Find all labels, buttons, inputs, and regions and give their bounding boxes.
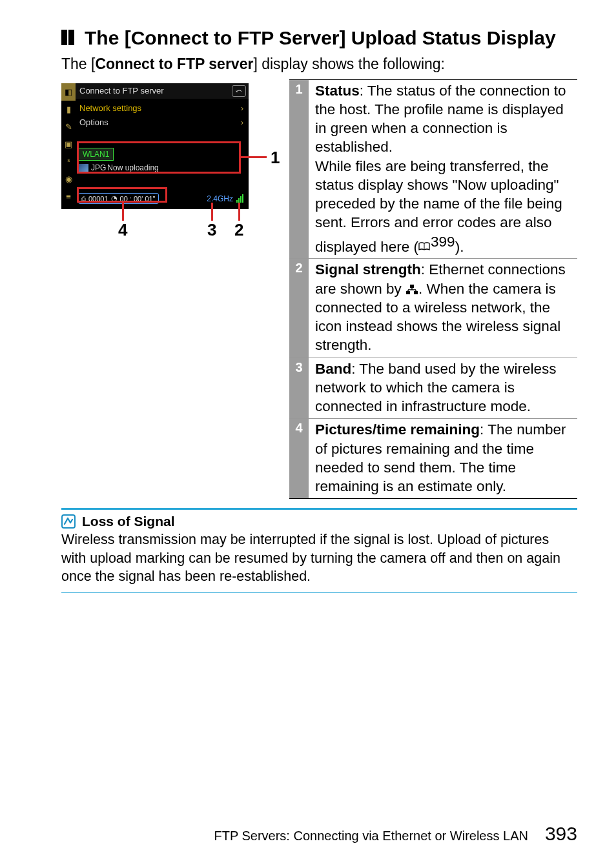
menu-tab-icon: ≡ <box>61 188 76 205</box>
definition-row: 2 Signal strength: Ethernet connections … <box>289 258 577 357</box>
video-tab-icon: ▮ <box>61 101 76 118</box>
svg-rect-6 <box>406 291 410 294</box>
callout-line <box>211 203 213 221</box>
page-ref-number: 399 <box>431 232 455 251</box>
definition-row: 4 Pictures/time remaining: The number of… <box>289 418 577 498</box>
definition-term: Status <box>315 83 360 99</box>
back-icon: ⤺ <box>232 85 246 97</box>
heading-text: The [Connect to FTP Server] Upload Statu… <box>85 26 556 50</box>
svg-rect-1 <box>238 198 240 203</box>
definitions-table: 1 Status: The status of the connection t… <box>289 79 577 500</box>
signal-strength-icon <box>236 194 245 203</box>
camera-tab-icon: ◧ <box>61 83 76 101</box>
definition-text: Status: The status of the connection to … <box>309 80 577 259</box>
footer-page-number: 393 <box>545 823 577 845</box>
definition-body: : The band used by the wireless network … <box>315 361 557 415</box>
options-row: Options › <box>76 116 246 130</box>
definition-row: 3 Band: The band used by the wireless ne… <box>289 358 577 419</box>
definition-term: Signal strength <box>315 261 421 278</box>
note-title: Loss of Signal <box>82 514 175 529</box>
definition-term: Band <box>315 361 351 377</box>
section-heading: The [Connect to FTP Server] Upload Statu… <box>61 26 577 50</box>
camera-title: Connect to FTP server <box>79 86 164 96</box>
network-tab-icon: ◉ <box>61 170 76 188</box>
ethernet-icon <box>406 281 418 291</box>
book-icon <box>418 237 430 246</box>
chevron-right-icon: › <box>241 118 246 127</box>
definition-text: Band: The band used by the wireless netw… <box>309 358 577 419</box>
svg-rect-5 <box>410 285 414 288</box>
intro-bold: Connect to FTP server <box>95 56 253 72</box>
warning-icon <box>61 514 76 529</box>
svg-rect-12 <box>62 515 75 528</box>
band-label: 2.4GHz <box>207 194 233 203</box>
screenshot-column: ◧ ▮ ✎ ▣ ˢ ◉ ≡ Connect to FTP server ⤺ Ne… <box>61 79 284 209</box>
page-reference: 399 <box>418 232 455 251</box>
callout-number-2: 2 <box>234 220 243 240</box>
callout-number-4: 4 <box>118 220 127 240</box>
camera-titlebar: Connect to FTP server ⤺ <box>76 83 249 99</box>
camera-tab-column: ◧ ▮ ✎ ▣ ˢ ◉ ≡ <box>61 83 76 209</box>
page-footer: FTP Servers: Connecting via Ethernet or … <box>0 823 616 845</box>
intro-post: ] display shows the following: <box>253 56 445 72</box>
callout-line <box>122 203 124 221</box>
definition-row: 1 Status: The status of the connection t… <box>289 80 577 259</box>
callout-number-3: 3 <box>207 220 216 240</box>
note-block: Loss of Signal Wireless transmission may… <box>61 508 577 592</box>
svg-rect-0 <box>236 200 238 203</box>
svg-rect-7 <box>414 291 418 294</box>
definition-text: Signal strength: Ethernet connections ar… <box>309 259 577 357</box>
playback-tab-icon: ▣ <box>61 136 76 153</box>
definition-number: 4 <box>289 419 309 498</box>
network-settings-row: Network settings › <box>76 101 246 116</box>
options-label: Options <box>79 117 108 127</box>
definition-body: ). <box>455 238 464 254</box>
chevron-right-icon: › <box>241 104 246 113</box>
callout-number-1: 1 <box>271 148 280 168</box>
note-body: Wireless transmission may be interrupted… <box>61 530 577 585</box>
definition-text: Pictures/time remaining: The number of p… <box>309 419 577 498</box>
svg-rect-2 <box>240 196 241 203</box>
pencil-tab-icon: ✎ <box>61 118 76 136</box>
definition-number: 1 <box>289 80 309 259</box>
network-settings-label: Network settings <box>79 103 141 113</box>
callout-box-4 <box>77 187 167 203</box>
intro-pre: The [ <box>61 56 95 72</box>
definition-number: 3 <box>289 358 309 419</box>
callout-line <box>238 203 240 221</box>
definition-number: 2 <box>289 259 309 357</box>
heading-marker-icon <box>61 30 76 48</box>
svg-rect-3 <box>242 194 243 203</box>
definition-term: Pictures/time remaining <box>315 421 480 438</box>
footer-section-title: FTP Servers: Connecting via Ethernet or … <box>214 829 528 843</box>
intro-paragraph: The [Connect to FTP server] display show… <box>61 54 577 74</box>
wifi-tab-icon: ˢ <box>61 153 76 170</box>
callout-line <box>241 156 267 158</box>
callout-box-1 <box>77 141 241 174</box>
